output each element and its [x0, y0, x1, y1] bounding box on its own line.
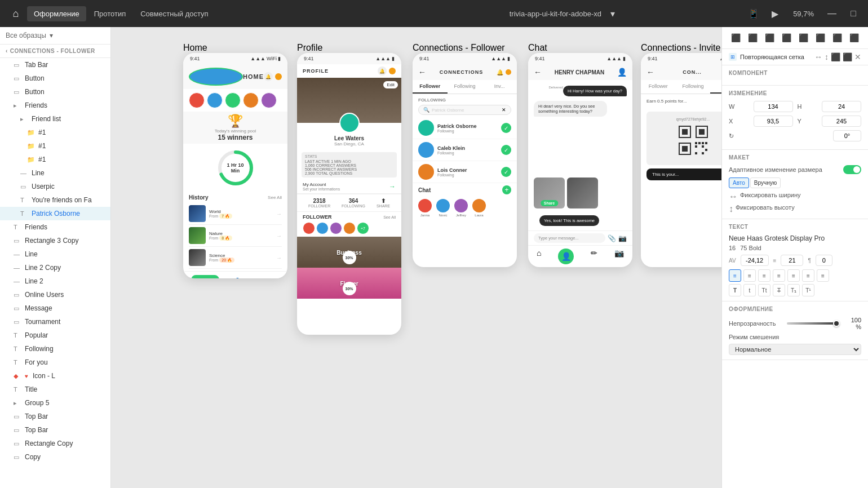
- layer-friend-list[interactable]: ▸ Friend list: [0, 112, 110, 126]
- chat-back-btn[interactable]: ←: [534, 68, 542, 77]
- nav-share[interactable]: Совместный доступ: [134, 6, 215, 21]
- layer-rectangle-copy[interactable]: ▭ Rectangle Copy: [0, 437, 110, 450]
- layer-button-1[interactable]: ▭ Button: [0, 72, 110, 85]
- tab-fo[interactable]: Fo...: [710, 80, 721, 94]
- history-item-nature[interactable]: Nature From 8 🔥 →: [189, 225, 282, 247]
- history-item-world[interactable]: World From 7 🔥 →: [189, 203, 282, 225]
- chat-novic[interactable]: Novic: [436, 199, 450, 217]
- my-account-row[interactable]: My Account Set your informations →: [297, 180, 401, 194]
- conn-back-btn[interactable]: ←: [418, 68, 426, 77]
- tab-following-inv[interactable]: Following: [676, 80, 711, 94]
- layer-tournament[interactable]: ▭ Tournament: [0, 315, 110, 329]
- layer-top-bar-1[interactable]: ▭ Top Bar: [0, 410, 110, 423]
- see-all-link[interactable]: See All: [268, 195, 282, 200]
- layer-title[interactable]: T Title: [0, 383, 110, 396]
- nav-quiz-icon[interactable]: ✏: [256, 278, 260, 279]
- rotation-input[interactable]: [833, 130, 861, 141]
- layer-userpic[interactable]: ▭ Userpic: [0, 180, 110, 193]
- layer-folder-1[interactable]: 📁 #1: [0, 126, 110, 139]
- layer-friends-fa[interactable]: T You're friends on Fa: [0, 193, 110, 207]
- grid-action-3[interactable]: ⬛: [831, 52, 840, 61]
- align-bottom-icon[interactable]: ⬛: [831, 32, 844, 44]
- conn-user-lois[interactable]: Lois Conner Following ✓: [413, 161, 517, 183]
- chat-nav-profile-btn[interactable]: 👤: [558, 249, 574, 264]
- layer-message[interactable]: ▭ Message: [0, 301, 110, 315]
- zoom-level[interactable]: 59,7%: [789, 7, 818, 20]
- leading-input[interactable]: [781, 255, 803, 266]
- lowercase-btn[interactable]: t: [743, 284, 756, 296]
- tab-following[interactable]: Following: [448, 80, 482, 94]
- align-right-icon[interactable]: ⬛: [763, 32, 776, 44]
- subscript-btn[interactable]: T₁: [787, 284, 800, 296]
- maximize-icon[interactable]: □: [845, 6, 861, 21]
- chat-laura[interactable]: Laura: [472, 199, 486, 217]
- patrick-check-btn[interactable]: ✓: [501, 123, 511, 133]
- layer-following[interactable]: T Following: [0, 342, 110, 356]
- layer-icon-l[interactable]: ◆ ♥ Icon - L: [0, 369, 110, 383]
- mobile-preview-icon[interactable]: 📱: [746, 6, 761, 21]
- clear-icon[interactable]: ✕: [502, 107, 506, 113]
- invite-dark-btn[interactable]: This is your...: [646, 168, 721, 180]
- height-input[interactable]: [822, 101, 861, 112]
- home-button[interactable]: ⌂: [7, 5, 25, 23]
- para-input[interactable]: [816, 255, 832, 266]
- layer-friends-text[interactable]: T Friends: [0, 220, 110, 234]
- chat-add-btn[interactable]: +: [502, 185, 511, 194]
- text-style-1-btn[interactable]: ≡: [787, 269, 800, 282]
- layer-group5[interactable]: ▸ Group 5: [0, 396, 110, 410]
- layer-top-bar-2[interactable]: ▭ Top Bar: [0, 423, 110, 437]
- layer-folder-2[interactable]: 📁 #1: [0, 139, 110, 153]
- align-left-icon[interactable]: ⬛: [729, 32, 742, 44]
- strikethrough-btn[interactable]: T: [773, 284, 785, 296]
- chevron-down-icon[interactable]: ▾: [605, 6, 621, 21]
- align-middle-v-icon[interactable]: ⬛: [814, 32, 827, 44]
- nav-design[interactable]: Оформление: [27, 6, 86, 21]
- invite-back-btn[interactable]: ←: [646, 68, 654, 77]
- fix-height-icon[interactable]: ↕: [729, 204, 733, 214]
- home-nav-btn[interactable]: ⌂ Home: [191, 275, 219, 278]
- chat-nav-camera-icon[interactable]: 📷: [614, 249, 624, 264]
- nav-prototype[interactable]: Прототип: [87, 6, 133, 21]
- text-style-3-btn[interactable]: ≡: [817, 269, 829, 282]
- layer-friends[interactable]: ▸ Friends: [0, 99, 110, 112]
- align-left-text-btn[interactable]: ≡: [729, 269, 741, 282]
- adaptive-toggle[interactable]: [843, 165, 861, 174]
- follower-more[interactable]: +7: [357, 222, 369, 234]
- layer-tab-bar[interactable]: ▭ Tab Bar: [0, 58, 110, 72]
- chat-janna[interactable]: Janna: [418, 199, 432, 217]
- align-top-icon[interactable]: ⬛: [797, 32, 810, 44]
- fix-width-icon[interactable]: ↔: [729, 192, 738, 202]
- manual-btn[interactable]: Вручную: [750, 178, 781, 188]
- layer-line[interactable]: — Line: [0, 166, 110, 180]
- chat-input[interactable]: Type your message...: [534, 233, 605, 243]
- layer-rect3-copy[interactable]: ▭ Rectangle 3 Copy: [0, 234, 110, 247]
- tab-invited[interactable]: Inv...: [482, 80, 517, 94]
- distribute-h-icon[interactable]: ⬛: [780, 32, 793, 44]
- layer-patrick-osborne[interactable]: T Patrick Osborne: [0, 207, 110, 220]
- conn-user-caleb[interactable]: Caleb Klein Following ✓: [413, 139, 517, 161]
- titlecase-btn[interactable]: Tt: [758, 284, 770, 296]
- nav-settings-icon[interactable]: ⚙: [276, 278, 280, 279]
- edit-button[interactable]: Edit: [383, 81, 398, 88]
- breadcrumb[interactable]: ‹ CONNECTIONS - FOLLOWER: [0, 45, 110, 58]
- conn-user-patrick[interactable]: Patrick Osborne Following ✓: [413, 117, 517, 139]
- grid-action-4[interactable]: ⬛: [843, 52, 852, 61]
- text-style-2-btn[interactable]: ≡: [802, 269, 814, 282]
- chat-profile-icon[interactable]: 👤: [617, 68, 627, 77]
- layer-online-users[interactable]: ▭ Online Users: [0, 288, 110, 301]
- layer-line2-copy[interactable]: — Line 2 Copy: [0, 261, 110, 274]
- minimize-icon[interactable]: —: [824, 6, 840, 21]
- profile-notif-icon[interactable]: 🔔: [378, 66, 387, 76]
- width-input[interactable]: [754, 101, 793, 112]
- align-right-text-btn[interactable]: ≡: [758, 269, 770, 282]
- layer-button-2[interactable]: ▭ Button: [0, 85, 110, 99]
- share-btn[interactable]: Share: [541, 200, 558, 206]
- canvas-area[interactable]: ord Reset n to reset your password → Hom…: [111, 27, 721, 488]
- y-input[interactable]: [822, 116, 861, 127]
- tab-follower[interactable]: Follower: [413, 80, 448, 94]
- grid-action-1[interactable]: ↔: [814, 52, 822, 61]
- align-justify-text-btn[interactable]: ≡: [773, 269, 785, 282]
- layer-line-2[interactable]: — Line: [0, 247, 110, 261]
- follower-see-all[interactable]: See All: [383, 215, 396, 219]
- tab-follower-inv[interactable]: Follower: [641, 80, 676, 94]
